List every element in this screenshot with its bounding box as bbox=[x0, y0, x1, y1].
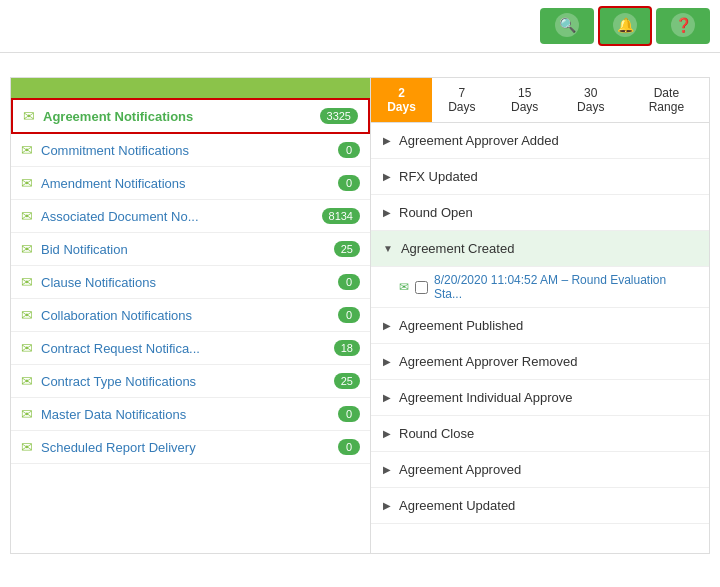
breadcrumb bbox=[0, 53, 720, 65]
notification-badge: 0 bbox=[338, 406, 360, 422]
page-title bbox=[0, 65, 720, 77]
day-tab[interactable]: 15 Days bbox=[492, 78, 558, 122]
right-list-item[interactable]: ▶ Agreement Approver Removed bbox=[371, 344, 709, 380]
notification-badge: 18 bbox=[334, 340, 360, 356]
mail-icon: ✉ bbox=[21, 241, 33, 257]
mail-icon: ✉ bbox=[21, 406, 33, 422]
mail-icon: ✉ bbox=[23, 108, 35, 124]
notification-label: Associated Document No... bbox=[41, 209, 322, 224]
arrow-icon: ▶ bbox=[383, 207, 391, 218]
top-nav: 🔍 🔔 ❓ bbox=[0, 0, 720, 53]
right-item-label: Agreement Published bbox=[399, 318, 523, 333]
notification-item[interactable]: ✉ Agreement Notifications 3325 bbox=[11, 98, 370, 134]
right-item-label: Agreement Individual Approve bbox=[399, 390, 572, 405]
notification-item[interactable]: ✉ Contract Request Notifica... 18 bbox=[11, 332, 370, 365]
notification-item[interactable]: ✉ Master Data Notifications 0 bbox=[11, 398, 370, 431]
arrow-icon: ▶ bbox=[383, 135, 391, 146]
mail-icon: ✉ bbox=[21, 208, 33, 224]
notification-label: Agreement Notifications bbox=[43, 109, 320, 124]
notification-badge: 0 bbox=[338, 142, 360, 158]
right-list-item[interactable]: ▶ Agreement Individual Approve bbox=[371, 380, 709, 416]
notification-item[interactable]: ✉ Associated Document No... 8134 bbox=[11, 200, 370, 233]
arrow-icon: ▶ bbox=[383, 171, 391, 182]
arrow-icon: ▶ bbox=[383, 356, 391, 367]
notifications-icon: 🔔 bbox=[613, 13, 637, 37]
search-icon: 🔍 bbox=[555, 13, 579, 37]
arrow-icon: ▼ bbox=[383, 243, 393, 254]
right-list-item[interactable]: ▶ Agreement Approver Added bbox=[371, 123, 709, 159]
mail-icon: ✉ bbox=[21, 274, 33, 290]
notification-badge: 3325 bbox=[320, 108, 358, 124]
day-tab[interactable]: 30 Days bbox=[558, 78, 624, 122]
notification-item[interactable]: ✉ Scheduled Report Delivery 0 bbox=[11, 431, 370, 464]
right-item-label: Agreement Approver Removed bbox=[399, 354, 577, 369]
help-button[interactable]: ❓ bbox=[656, 8, 710, 44]
notification-label: Bid Notification bbox=[41, 242, 334, 257]
notification-badge: 8134 bbox=[322, 208, 360, 224]
day-tab[interactable]: 2 Days bbox=[371, 78, 432, 122]
arrow-icon: ▶ bbox=[383, 500, 391, 511]
right-item-label: Round Open bbox=[399, 205, 473, 220]
notification-label: Contract Request Notifica... bbox=[41, 341, 334, 356]
arrow-icon: ▶ bbox=[383, 320, 391, 331]
notification-badge: 25 bbox=[334, 241, 360, 257]
notifications-button[interactable]: 🔔 bbox=[598, 6, 652, 46]
search-button[interactable]: 🔍 bbox=[540, 8, 594, 44]
main-area: ✉ Agreement Notifications 3325 ✉ Commitm… bbox=[10, 77, 710, 554]
notification-list: ✉ Agreement Notifications 3325 ✉ Commitm… bbox=[11, 98, 370, 464]
mail-icon: ✉ bbox=[21, 373, 33, 389]
mail-icon: ✉ bbox=[21, 340, 33, 356]
notification-item[interactable]: ✉ Collaboration Notifications 0 bbox=[11, 299, 370, 332]
help-icon: ❓ bbox=[671, 13, 695, 37]
right-list-item[interactable]: ▶ Round Close bbox=[371, 416, 709, 452]
right-item-label: Agreement Approver Added bbox=[399, 133, 559, 148]
mail-icon: ✉ bbox=[21, 175, 33, 191]
arrow-icon: ▶ bbox=[383, 464, 391, 475]
sub-mail-icon: ✉ bbox=[399, 280, 409, 294]
mail-icon: ✉ bbox=[21, 142, 33, 158]
notification-label: Contract Type Notifications bbox=[41, 374, 334, 389]
arrow-icon: ▶ bbox=[383, 428, 391, 439]
notification-label: Collaboration Notifications bbox=[41, 308, 338, 323]
notification-badge: 0 bbox=[338, 175, 360, 191]
notification-label: Master Data Notifications bbox=[41, 407, 338, 422]
notification-badge: 0 bbox=[338, 274, 360, 290]
notification-badge: 0 bbox=[338, 307, 360, 323]
notification-badge: 25 bbox=[334, 373, 360, 389]
notification-item[interactable]: ✉ Contract Type Notifications 25 bbox=[11, 365, 370, 398]
right-item-label: Round Close bbox=[399, 426, 474, 441]
right-list-item[interactable]: ▶ RFX Updated bbox=[371, 159, 709, 195]
right-item-label: Agreement Updated bbox=[399, 498, 515, 513]
sub-item[interactable]: ✉ 8/20/2020 11:04:52 AM – Round Evaluati… bbox=[371, 267, 709, 308]
right-panel: 2 Days7 Days15 Days30 DaysDate Range ▶ A… bbox=[371, 78, 709, 553]
right-list-item[interactable]: ▶ Agreement Published bbox=[371, 308, 709, 344]
day-tab-bar: 2 Days7 Days15 Days30 DaysDate Range bbox=[371, 78, 709, 123]
arrow-icon: ▶ bbox=[383, 392, 391, 403]
sub-item-text: 8/20/2020 11:04:52 AM – Round Evaluation… bbox=[434, 273, 697, 301]
right-item-label: Agreement Created bbox=[401, 241, 514, 256]
notification-badge: 0 bbox=[338, 439, 360, 455]
notification-item[interactable]: ✉ Amendment Notifications 0 bbox=[11, 167, 370, 200]
day-tab[interactable]: Date Range bbox=[624, 78, 709, 122]
right-list-item[interactable]: ▶ Agreement Updated bbox=[371, 488, 709, 524]
left-panel: ✉ Agreement Notifications 3325 ✉ Commitm… bbox=[11, 78, 371, 553]
right-list-item[interactable]: ▼ Agreement Created bbox=[371, 231, 709, 267]
right-list: ▶ Agreement Approver Added ▶ RFX Updated… bbox=[371, 123, 709, 553]
notification-label: Amendment Notifications bbox=[41, 176, 338, 191]
mail-icon: ✉ bbox=[21, 439, 33, 455]
mail-icon: ✉ bbox=[21, 307, 33, 323]
notification-label: Scheduled Report Delivery bbox=[41, 440, 338, 455]
sub-item-checkbox[interactable] bbox=[415, 281, 428, 294]
right-item-label: RFX Updated bbox=[399, 169, 478, 184]
right-item-label: Agreement Approved bbox=[399, 462, 521, 477]
notification-item[interactable]: ✉ Bid Notification 25 bbox=[11, 233, 370, 266]
right-list-item[interactable]: ▶ Round Open bbox=[371, 195, 709, 231]
notification-item[interactable]: ✉ Commitment Notifications 0 bbox=[11, 134, 370, 167]
right-list-item[interactable]: ▶ Agreement Approved bbox=[371, 452, 709, 488]
day-tab[interactable]: 7 Days bbox=[432, 78, 492, 122]
collapse-button[interactable] bbox=[11, 78, 370, 98]
notification-label: Commitment Notifications bbox=[41, 143, 338, 158]
notification-label: Clause Notifications bbox=[41, 275, 338, 290]
notification-item[interactable]: ✉ Clause Notifications 0 bbox=[11, 266, 370, 299]
